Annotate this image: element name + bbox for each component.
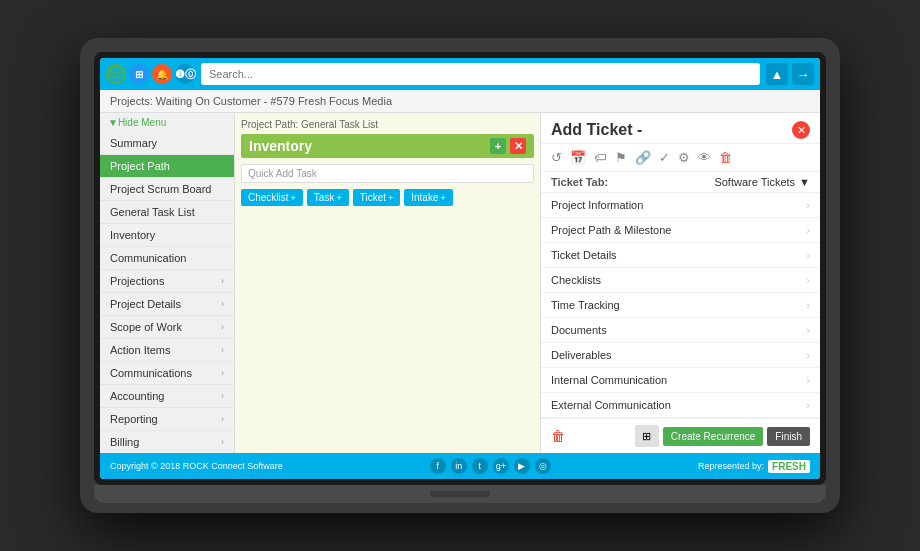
sidebar-item-reporting[interactable]: Reporting › [100,408,234,431]
project-path-label: Project Path: General Task List [241,119,534,130]
ticket-header: Add Ticket - ✕ [541,113,820,144]
chevron-right-icon: › [221,414,224,424]
sidebar-item-general-task-list[interactable]: General Task List [100,201,234,224]
calendar-icon[interactable]: 📅 [570,150,586,165]
notification-icon[interactable]: 🔔 [152,64,172,84]
ticket-row-internal-comm[interactable]: Internal Communication › [541,368,820,393]
ticket-row-project-info[interactable]: Project Information › [541,193,820,218]
instagram-icon[interactable]: ◎ [535,458,551,474]
action-buttons: Checklist + Task + Ticket + Intake + [241,189,534,206]
settings-icon[interactable]: ⚙ [678,150,690,165]
logout-button[interactable]: → [792,63,814,85]
sidebar-item-project-details[interactable]: Project Details › [100,293,234,316]
arrow-icon[interactable]: ❶⓪ [175,64,195,84]
recycle-icon[interactable]: ↺ [551,150,562,165]
flag-icon[interactable]: ⚑ [615,150,627,165]
sidebar-item-communications[interactable]: Communications › [100,362,234,385]
sidebar-item-inventory[interactable]: Inventory [100,224,234,247]
chevron-right-icon: › [806,349,810,361]
sidebar-item-summary[interactable]: Summary [100,132,234,155]
linkedin-icon[interactable]: in [451,458,467,474]
footer-trash-icon[interactable]: 🗑 [551,428,565,444]
ticket-close-button[interactable]: ✕ [792,121,810,139]
footer-buttons: ⊞ Create Recurrence Finish [635,425,810,447]
ticket-row-documents[interactable]: Documents › [541,318,820,343]
chevron-right-icon: › [221,322,224,332]
top-bar-right: ▲ → [766,63,814,85]
top-bar: 🌐 ⊞ 🔔 ❶⓪ ▲ → [100,58,820,90]
expand-button[interactable]: ▲ [766,63,788,85]
link-icon[interactable]: 🔗 [635,150,651,165]
represented-label: Represented by: [698,461,764,471]
chevron-right-icon: › [806,224,810,236]
inventory-add-button[interactable]: + [490,138,506,154]
sidebar-item-communication[interactable]: Communication [100,247,234,270]
grid-icon[interactable]: ⊞ [129,64,149,84]
chevron-right-icon: › [221,437,224,447]
ticket-row-checklists[interactable]: Checklists › [541,268,820,293]
create-recurrence-button[interactable]: Create Recurrence [663,427,763,446]
intake-button[interactable]: Intake + [404,189,453,206]
chevron-right-icon: › [806,199,810,211]
footer-grid-icon[interactable]: ⊞ [635,425,659,447]
ticket-row-time-tracking[interactable]: Time Tracking › [541,293,820,318]
google-plus-icon[interactable]: g+ [493,458,509,474]
chevron-right-icon: › [806,374,810,386]
ticket-tab-bar: Ticket Tab: Software Tickets ▼ [541,172,820,193]
chevron-right-icon: › [221,299,224,309]
chevron-right-icon: › [806,299,810,311]
eye-icon[interactable]: 👁 [698,150,711,165]
facebook-icon[interactable]: f [430,458,446,474]
chevron-right-icon: › [806,399,810,411]
main-area: ▼Hide Menu Summary Project Path Project … [100,113,820,453]
sidebar-item-billing[interactable]: Billing › [100,431,234,453]
youtube-icon[interactable]: ▶ [514,458,530,474]
ticket-tab-value-text: Software Tickets [714,176,795,188]
chevron-right-icon: › [221,276,224,286]
chevron-right-icon: › [806,249,810,261]
ticket-icons-bar: ↺ 📅 🏷 ⚑ 🔗 ✓ ⚙ 👁 🗑 [541,144,820,172]
ticket-row-ticket-details[interactable]: Ticket Details › [541,243,820,268]
ticket-rows: Project Information › Project Path & Mil… [541,193,820,418]
ticket-button[interactable]: Ticket + [353,189,401,206]
chevron-right-icon: › [221,368,224,378]
globe-icon[interactable]: 🌐 [106,64,126,84]
chevron-right-icon: › [221,345,224,355]
chevron-right-icon: › [806,274,810,286]
inventory-header: Inventory + ✕ [241,134,534,158]
project-area: Project Path: General Task List Inventor… [235,113,540,453]
sidebar-item-scrum-board[interactable]: Project Scrum Board [100,178,234,201]
top-bar-icons: 🌐 ⊞ 🔔 ❶⓪ [106,64,195,84]
tag-icon[interactable]: 🏷 [594,150,607,165]
ticket-row-deliverables[interactable]: Deliverables › [541,343,820,368]
represented-by: Represented by: FRESH [698,460,810,473]
ticket-footer: 🗑 ⊞ Create Recurrence Finish [541,418,820,453]
hide-menu-button[interactable]: ▼Hide Menu [100,113,234,132]
trash-icon[interactable]: 🗑 [719,150,732,165]
check-icon[interactable]: ✓ [659,150,670,165]
sidebar-item-project-path[interactable]: Project Path [100,155,234,178]
sidebar: ▼Hide Menu Summary Project Path Project … [100,113,235,453]
inventory-title: Inventory [249,138,312,154]
bottom-bar: Copyright © 2018 ROCK Connect Software f… [100,453,820,479]
checklist-button[interactable]: Checklist + [241,189,303,206]
twitter-icon[interactable]: t [472,458,488,474]
ticket-tab-label: Ticket Tab: [551,176,608,188]
sidebar-item-accounting[interactable]: Accounting › [100,385,234,408]
copyright-text: Copyright © 2018 ROCK Connect Software [110,461,283,471]
search-input[interactable] [201,63,760,85]
sidebar-item-scope-of-work[interactable]: Scope of Work › [100,316,234,339]
finish-button[interactable]: Finish [767,427,810,446]
ticket-tab-dropdown[interactable]: Software Tickets ▼ [714,176,810,188]
chevron-right-icon: › [806,324,810,336]
sidebar-item-action-items[interactable]: Action Items › [100,339,234,362]
ticket-panel: Add Ticket - ✕ ↺ 📅 🏷 ⚑ 🔗 ✓ ⚙ 👁 🗑 [540,113,820,453]
inventory-delete-button[interactable]: ✕ [510,138,526,154]
task-button[interactable]: Task + [307,189,349,206]
ticket-row-project-path[interactable]: Project Path & Milestone › [541,218,820,243]
company-logo: FRESH [768,460,810,473]
inventory-actions: + ✕ [490,138,526,154]
sidebar-item-projections[interactable]: Projections › [100,270,234,293]
ticket-row-external-comm[interactable]: External Communication › [541,393,820,418]
quick-add-task[interactable]: Quick Add Task [241,164,534,183]
